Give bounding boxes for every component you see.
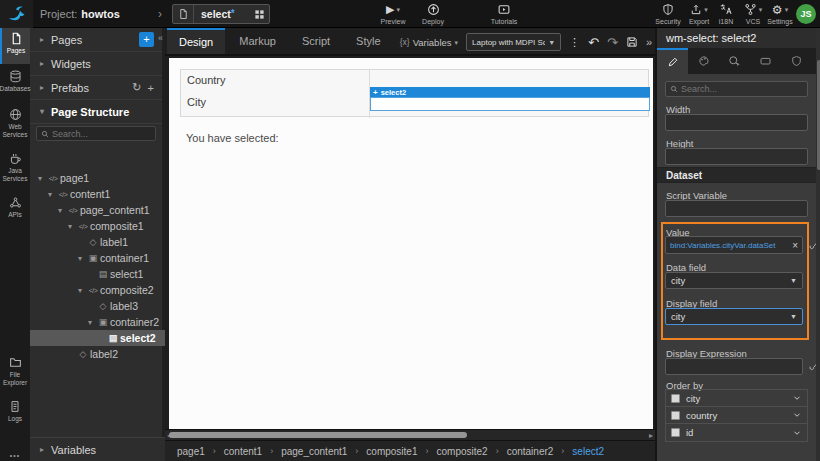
tree-item-composite1[interactable]: ▾</>composite1	[30, 218, 165, 234]
checkbox[interactable]	[671, 411, 680, 420]
checkbox[interactable]	[671, 428, 680, 437]
tree-item-composite2[interactable]: ▾</>composite2	[30, 282, 165, 298]
chevron-down-icon[interactable]: ▾	[44, 190, 56, 199]
save-icon[interactable]	[626, 36, 638, 48]
section-widgets[interactable]: ▸ Widgets	[30, 52, 162, 76]
deploy-button[interactable]: Deploy	[410, 3, 456, 25]
project-name[interactable]: Project:howtos	[40, 0, 120, 28]
rail-item-file-explorer[interactable]: File Explorer	[0, 352, 30, 394]
order-by-row-city[interactable]: city	[666, 390, 807, 407]
tree-item-select1[interactable]: ▤select1	[30, 266, 165, 282]
order-by-row-id[interactable]: id	[666, 424, 807, 441]
breadcrumb-item[interactable]: container2	[507, 446, 554, 457]
tab-markup[interactable]: Markup	[227, 28, 288, 54]
display-field-select[interactable]: city ▼	[665, 308, 803, 325]
tree-search-input[interactable]	[52, 129, 151, 139]
horizontal-scrollbar[interactable]: ◂ ▸	[165, 429, 655, 440]
width-input[interactable]	[665, 114, 808, 131]
tab-design[interactable]: Design	[167, 28, 225, 54]
rail-item-java-services[interactable]: Java Services	[0, 148, 30, 190]
chevron-down-icon[interactable]: ▾	[64, 222, 76, 231]
user-avatar[interactable]: JS	[796, 4, 816, 24]
section-pages[interactable]: ▸ Pages + «	[30, 28, 162, 52]
tab-styles[interactable]	[688, 48, 719, 74]
city-label[interactable]: City	[187, 96, 206, 108]
tutorials-button[interactable]: Tutorials	[481, 3, 527, 25]
pencil-icon	[667, 56, 679, 68]
redo-icon[interactable]: ↷	[607, 36, 618, 49]
design-canvas[interactable]: Country City + select2 You have selected…	[169, 58, 653, 429]
tree-item-container1[interactable]: ▾▣container1	[30, 250, 165, 266]
properties-search-input[interactable]	[681, 84, 803, 94]
collapse-panel-icon[interactable]: «	[158, 33, 163, 43]
tree-item-page1[interactable]: ▾</>page1	[30, 170, 165, 186]
top-bar: Project:howtos › select* ▶▾ Preview Depl…	[0, 0, 820, 28]
scrollbar-thumb[interactable]	[169, 432, 467, 438]
add-page-button[interactable]: +	[139, 32, 154, 47]
pages-grid-icon[interactable]	[249, 9, 269, 20]
tab-device[interactable]	[750, 48, 781, 74]
tree-item-label3[interactable]: ◇label3	[30, 298, 165, 314]
refresh-icon[interactable]: ↻	[132, 81, 141, 94]
rail-item-databases[interactable]: Databases	[0, 66, 30, 102]
chevron-down-icon[interactable]: ▾	[84, 318, 96, 327]
tab-events[interactable]	[719, 48, 750, 74]
tab-security[interactable]	[781, 48, 812, 74]
script-variable-input[interactable]	[665, 200, 808, 217]
rail-more-button[interactable]: •••	[0, 452, 30, 459]
chevron-down-icon[interactable]: ▾	[34, 174, 46, 183]
kebab-menu-icon[interactable]: ⋮	[569, 37, 580, 48]
tab-properties[interactable]	[657, 48, 688, 74]
chevron-down-icon[interactable]	[792, 410, 802, 420]
checkbox[interactable]	[671, 394, 680, 403]
section-variables[interactable]: ▸ Variables	[30, 437, 165, 461]
chevron-down-icon[interactable]	[792, 393, 802, 403]
order-by-row-country[interactable]: country	[666, 407, 807, 424]
tree-item-select2[interactable]: ▤select2	[30, 330, 165, 346]
chevron-down-icon[interactable]	[792, 428, 802, 438]
vertical-scrollbar[interactable]	[816, 28, 820, 461]
height-input[interactable]	[665, 148, 808, 165]
rail-item-apis[interactable]: APIs	[0, 192, 30, 228]
chevron-down-icon[interactable]: ▾	[74, 254, 86, 263]
select2-widget[interactable]	[370, 97, 650, 111]
tab-script[interactable]: Script	[290, 28, 342, 54]
country-label[interactable]: Country	[187, 74, 226, 86]
display-expression-input[interactable]	[665, 358, 803, 375]
properties-tabs	[657, 48, 820, 74]
tab-style[interactable]: Style	[344, 28, 392, 54]
variables-menu[interactable]: {x} Variables ▾	[400, 37, 458, 48]
rail-item-web-services[interactable]: Web Services	[0, 104, 30, 146]
clear-binding-icon[interactable]: ×	[792, 240, 798, 251]
device-selector[interactable]: Laptop with MDPI Screen ▼	[466, 33, 561, 51]
undo-icon[interactable]: ↶	[588, 36, 599, 49]
tree-search	[30, 124, 162, 143]
binding-expression: bind:Variables.cityVar.dataSet	[670, 241, 789, 250]
chevron-down-icon[interactable]: ▾	[54, 206, 66, 215]
section-page-structure[interactable]: ▾ Page Structure	[30, 100, 162, 124]
app-logo[interactable]	[0, 0, 33, 28]
add-prefab-icon[interactable]: +	[148, 82, 154, 94]
breadcrumb-item[interactable]: composite2	[437, 446, 488, 457]
breadcrumb-item-current[interactable]: select2	[572, 446, 604, 457]
breadcrumb-item[interactable]: content1	[224, 446, 262, 457]
selected-widget-badge[interactable]: + select2	[370, 87, 650, 97]
tree-item-container2[interactable]: ▾▣container2	[30, 314, 165, 330]
breadcrumb-item[interactable]: page1	[177, 446, 205, 457]
chevron-down-icon[interactable]: ▾	[74, 286, 86, 295]
page-tab-select[interactable]: select*	[172, 4, 270, 24]
data-field-select[interactable]: city ▼	[665, 272, 803, 289]
code-icon: </>	[46, 175, 60, 182]
tree-item-page_content1[interactable]: ▾</>page_content1	[30, 202, 165, 218]
rail-item-pages[interactable]: Pages	[0, 28, 30, 64]
tree-item-label2[interactable]: ◇label2	[30, 346, 165, 362]
you-have-selected-label[interactable]: You have selected:	[186, 132, 279, 144]
breadcrumb-item[interactable]: page_content1	[281, 446, 347, 457]
rail-item-logs[interactable]: Logs	[0, 396, 30, 432]
expand-right-icon[interactable]: »	[646, 37, 652, 48]
tree-item-content1[interactable]: ▾</>content1	[30, 186, 165, 202]
tree-item-label1[interactable]: ◇label1	[30, 234, 165, 250]
section-prefabs[interactable]: ▸ Prefabs ↻ +	[30, 76, 162, 100]
value-binding-input[interactable]: bind:Variables.cityVar.dataSet ×	[665, 236, 803, 254]
breadcrumb-item[interactable]: composite1	[366, 446, 417, 457]
